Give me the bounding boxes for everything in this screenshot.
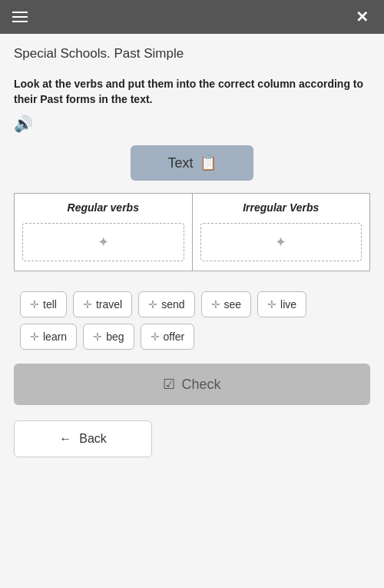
word-chip-tell[interactable]: ✛tell: [20, 291, 67, 317]
irregular-verbs-column: Irregular Verbs ✦: [193, 194, 370, 271]
drag-icon: ✛: [211, 298, 220, 311]
top-bar: ✕: [0, 0, 384, 34]
back-button[interactable]: ← Back: [14, 420, 152, 457]
word-label: see: [224, 298, 242, 311]
back-icon: ←: [59, 432, 71, 446]
word-chip-beg[interactable]: ✛beg: [83, 324, 134, 350]
word-chip-send[interactable]: ✛send: [138, 291, 194, 317]
regular-verbs-header: Regular verbs: [22, 201, 184, 214]
drag-icon: ✛: [148, 298, 157, 311]
drag-icon: ✛: [83, 298, 92, 311]
drag-icon: ✛: [151, 331, 160, 343]
word-chip-live[interactable]: ✛live: [257, 291, 306, 317]
check-button[interactable]: ☑ Check: [14, 364, 370, 405]
word-chip-travel[interactable]: ✛travel: [73, 291, 132, 317]
word-label: travel: [96, 298, 122, 311]
drag-icon: ✛: [30, 298, 39, 311]
irregular-verbs-header: Irregular Verbs: [200, 201, 362, 214]
word-chip-see[interactable]: ✛see: [201, 291, 252, 317]
word-chip-learn[interactable]: ✛learn: [20, 324, 77, 350]
page-title: Special Schools. Past Simple: [14, 46, 370, 61]
word-label: learn: [43, 331, 67, 343]
drag-icon: ✛: [93, 331, 102, 343]
word-chip-offer[interactable]: ✛offer: [141, 324, 195, 350]
text-button-icon: 📋: [200, 154, 217, 171]
regular-verbs-column: Regular verbs ✦: [15, 194, 193, 271]
hamburger-line-2: [12, 16, 28, 18]
audio-button[interactable]: 🔊: [14, 115, 33, 133]
main-content: Special Schools. Past Simple Look at the…: [0, 34, 384, 470]
irregular-verbs-drop-area[interactable]: ✦: [200, 223, 362, 261]
instruction-text: Look at the verbs and put them into the …: [14, 77, 370, 107]
text-button-label: Text: [167, 155, 193, 171]
hamburger-line-1: [12, 12, 28, 13]
close-button[interactable]: ✕: [349, 5, 375, 29]
word-label: offer: [164, 331, 185, 343]
word-label: tell: [43, 298, 57, 311]
word-label: send: [161, 298, 184, 311]
text-button[interactable]: Text 📋: [131, 145, 253, 181]
check-button-label: Check: [181, 377, 220, 393]
drag-icon: ✛: [30, 331, 39, 343]
regular-drop-icon: ✦: [98, 234, 109, 251]
check-icon: ☑: [163, 376, 175, 393]
words-area: ✛tell✛travel✛send✛see✛live✛learn✛beg✛off…: [14, 284, 370, 357]
word-label: live: [280, 298, 296, 311]
hamburger-line-3: [12, 21, 28, 22]
hamburger-button[interactable]: [9, 8, 31, 25]
back-button-label: Back: [79, 432, 107, 446]
irregular-drop-icon: ✦: [275, 234, 286, 251]
drag-icon: ✛: [267, 298, 276, 311]
regular-verbs-drop-area[interactable]: ✦: [22, 223, 184, 261]
word-label: beg: [106, 331, 124, 343]
columns-container: Regular verbs ✦ Irregular Verbs ✦: [14, 193, 370, 271]
